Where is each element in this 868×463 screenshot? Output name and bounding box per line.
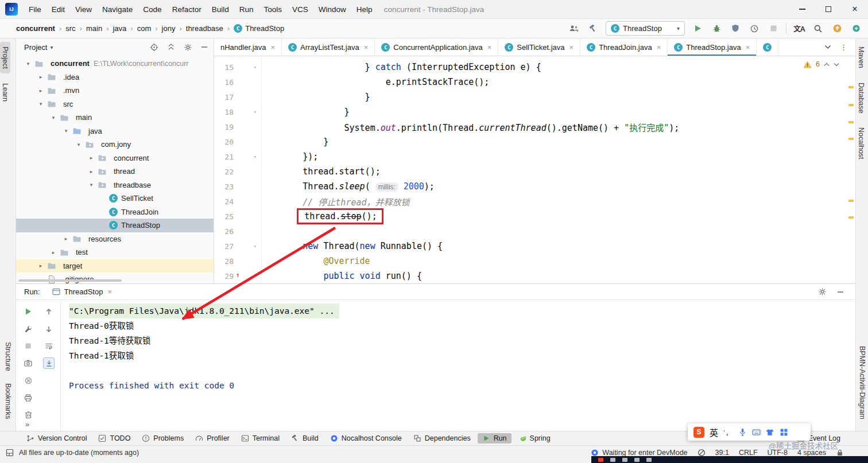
collaboration-button[interactable]	[568, 22, 580, 36]
code-line-27[interactable]: 27▾ new Thread(new Runnable() {	[214, 239, 855, 254]
code-line-28[interactable]: 28 @Override	[214, 254, 855, 269]
chevron-right-icon[interactable]: ▸	[49, 250, 57, 255]
fold-icon[interactable]: ▾	[234, 64, 261, 70]
close-icon[interactable]: ×	[487, 43, 492, 52]
tree-item-threadstop[interactable]: ThreadStop	[16, 219, 214, 232]
chevron-down-icon[interactable]: ▾	[24, 61, 32, 67]
breadcrumb-src[interactable]: src	[65, 24, 75, 33]
stop-button[interactable]	[767, 22, 780, 36]
tree-item-threadjoin[interactable]: ThreadJoin	[16, 205, 214, 219]
edit-configuration-icon[interactable]	[22, 323, 34, 334]
code-line-19[interactable]: 19 System.out.println(Thread.currentThre…	[214, 119, 855, 134]
warning-stripe-mark[interactable]	[848, 86, 854, 88]
toolwindow-tab-structure[interactable]: Structure	[3, 337, 13, 376]
tree-item-java[interactable]: ▾java	[16, 124, 214, 138]
menu-view[interactable]: View	[70, 0, 97, 19]
settings-icon[interactable]	[184, 43, 192, 52]
rerun-button[interactable]	[22, 306, 34, 317]
prev-warning-icon[interactable]	[824, 63, 830, 67]
caret-position[interactable]: 39:1	[715, 449, 729, 457]
editor-tab-nhandler-java[interactable]: nHandler.java×	[214, 38, 282, 56]
editor-options-icon[interactable]: ⋮	[840, 43, 847, 52]
hide-panel-icon[interactable]	[837, 289, 844, 295]
toolwindow-button-run[interactable]: Run	[478, 433, 512, 443]
menu-run[interactable]: Run	[234, 0, 259, 19]
tray-icon[interactable]	[646, 458, 652, 462]
sogou-logo-icon[interactable]: S	[693, 427, 704, 438]
soft-wrap-icon[interactable]	[43, 340, 55, 352]
scroll-to-end-icon[interactable]	[43, 357, 55, 369]
menu-file[interactable]: File	[24, 0, 46, 19]
code-line-17[interactable]: 17 }	[214, 90, 855, 104]
toolwindow-tab-nocalhost[interactable]: Nocalhost	[856, 123, 866, 164]
close-button[interactable]: ×	[842, 0, 868, 19]
run-tab[interactable]: ThreadStop ×	[46, 284, 118, 300]
fold-icon[interactable]: ▾	[234, 109, 261, 115]
hide-panel-icon[interactable]	[201, 44, 208, 50]
chevron-down-icon[interactable]: ▾	[87, 182, 95, 188]
warning-stripe-mark[interactable]	[848, 200, 854, 202]
close-icon[interactable]: ×	[746, 43, 750, 52]
tree-item-mvn[interactable]: ▸.mvn	[16, 84, 214, 98]
warning-stripe-mark[interactable]	[848, 104, 854, 106]
commit-button[interactable]	[850, 22, 862, 36]
app-icon[interactable]: IJ	[5, 3, 18, 15]
chevron-down-icon[interactable]: ▾	[37, 101, 45, 107]
menu-refactor[interactable]: Refactor	[167, 0, 207, 19]
tree-item-gitignore[interactable]: .gitignore	[16, 273, 214, 283]
locate-file-icon[interactable]	[150, 43, 158, 52]
project-panel-title[interactable]: Project	[24, 43, 47, 52]
editor-tab-stub[interactable]	[757, 38, 778, 56]
tray-icon[interactable]	[634, 458, 640, 462]
run-console[interactable]: "C:\Program Files\Java\jdk1.8.0_211\bin\…	[60, 301, 855, 431]
chevron-down-icon[interactable]: ▾	[50, 44, 53, 50]
toolwindow-button-version-control[interactable]: Version Control	[22, 433, 91, 443]
coverage-button[interactable]	[729, 22, 742, 36]
tree-item-threadbase[interactable]: ▾threadbase	[16, 178, 214, 192]
next-warning-icon[interactable]	[834, 63, 839, 67]
chevron-down-icon[interactable]: ▾	[49, 115, 57, 120]
toolbox-icon[interactable]	[780, 428, 788, 437]
collapse-all-icon[interactable]	[167, 43, 175, 51]
editor-tab-sellticket-java[interactable]: SellTicket.java×	[498, 38, 580, 56]
override-gutter-icon[interactable]: ↑	[236, 271, 240, 279]
toolwindow-button-profiler[interactable]: Profiler	[191, 433, 234, 443]
vcs-status-text[interactable]: All files are up-to-date (moments ago)	[19, 449, 139, 457]
menu-help[interactable]: Help	[351, 0, 378, 19]
chevron-right-icon[interactable]: ▸	[37, 74, 45, 80]
chevron-right-icon[interactable]: ▸	[87, 169, 95, 174]
menu-build[interactable]: Build	[207, 0, 234, 19]
settings-icon[interactable]	[818, 287, 827, 296]
tree-item-test[interactable]: ▸test	[16, 246, 214, 259]
windows-taskbar[interactable]	[591, 456, 868, 463]
tray-icon[interactable]	[598, 458, 603, 462]
editor-tab-concurrentapplication-java[interactable]: ConcurrentApplication.java×	[375, 38, 498, 56]
ime-punctuation-indicator[interactable]: ’，	[723, 427, 733, 437]
toolwindow-button-build[interactable]: Build	[286, 433, 323, 443]
code-line-18[interactable]: 18▾ }	[214, 104, 855, 119]
tray-icon[interactable]	[622, 458, 627, 462]
toolwindow-tab-project[interactable]: Project	[0, 42, 10, 73]
breadcrumb-main[interactable]: main	[86, 24, 102, 33]
tree-item-idea[interactable]: ▸.idea	[16, 71, 214, 84]
run-button[interactable]	[691, 22, 704, 36]
more-options-icon[interactable]: »	[25, 420, 29, 429]
toolwindow-tab-learn[interactable]: Learn	[0, 79, 10, 106]
menu-edit[interactable]: Edit	[46, 0, 70, 19]
menu-vcs[interactable]: VCS	[287, 0, 313, 19]
toolwindow-tab-database[interactable]: Database	[856, 78, 866, 118]
menu-tools[interactable]: Tools	[258, 0, 287, 19]
run-config-select[interactable]: ThreadStop ▾	[606, 21, 685, 36]
tree-item-concurrent[interactable]: ▸concurrent	[16, 151, 214, 165]
breadcrumb-com[interactable]: com	[137, 24, 152, 33]
devmode-status[interactable]: Waiting for enter DevMode	[591, 449, 687, 457]
code-line-24[interactable]: 24 // 停止thread，并释放锁	[214, 194, 855, 209]
tree-item-main[interactable]: ▾main	[16, 111, 214, 124]
tree-item-concurrent[interactable]: ▾concurrentE:\TLWork\concurrent\concurr	[16, 57, 214, 71]
code-line-16[interactable]: 16 e.printStackTrace();	[214, 75, 855, 90]
code-line-29[interactable]: 29↑ public void run() {	[214, 269, 855, 283]
tree-item-thread[interactable]: ▸thread	[16, 165, 214, 178]
chevron-right-icon[interactable]: ▸	[87, 155, 95, 161]
warning-stripe-mark[interactable]	[848, 138, 854, 140]
down-stack-trace-icon[interactable]	[43, 323, 55, 334]
